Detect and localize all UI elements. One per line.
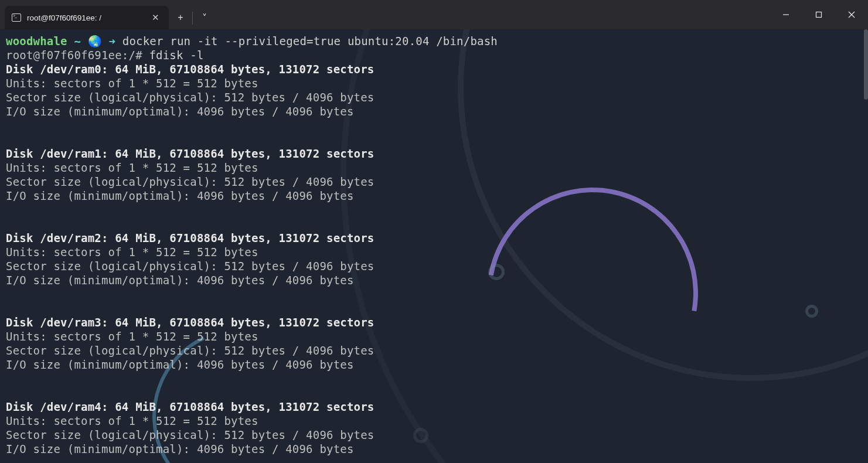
tab-active[interactable]: root@f07f60f691ee: / ✕ xyxy=(5,6,169,29)
disk-io: I/O size (minimum/optimal): 4096 bytes /… xyxy=(6,358,354,371)
inner-prompt: root@f07f60f691ee:/# xyxy=(6,49,142,62)
disk-units: Units: sectors of 1 * 512 = 512 bytes xyxy=(6,414,258,427)
new-tab-button[interactable]: + xyxy=(169,6,192,29)
disk-header: Disk /dev/ram4: 64 MiB, 67108864 bytes, … xyxy=(6,400,375,413)
disk-io: I/O size (minimum/optimal): 4096 bytes /… xyxy=(6,274,354,287)
disk-header: Disk /dev/ram1: 64 MiB, 67108864 bytes, … xyxy=(6,147,375,160)
inner-command: fdisk -l xyxy=(149,49,203,62)
prompt-globe-icon: 🌏 xyxy=(88,35,102,47)
minimize-button[interactable] xyxy=(770,0,802,29)
disk-sector: Sector size (logical/physical): 512 byte… xyxy=(6,428,375,441)
scrollbar-thumb[interactable] xyxy=(864,29,868,100)
window-controls xyxy=(770,0,868,29)
maximize-button[interactable] xyxy=(802,0,835,29)
disk-units: Units: sectors of 1 * 512 = 512 bytes xyxy=(6,246,258,258)
terminal-viewport[interactable]: woodwhale ~ 🌏 ➜ docker run -it --privile… xyxy=(0,29,868,462)
disk-units: Units: sectors of 1 * 512 = 512 bytes xyxy=(6,161,258,174)
disk-io: I/O size (minimum/optimal): 4096 bytes /… xyxy=(6,105,354,118)
close-tab-icon[interactable]: ✕ xyxy=(149,11,162,24)
prompt-arrow-icon: ➜ xyxy=(109,35,116,47)
window-titlebar: root@f07f60f691ee: / ✕ + ˅ xyxy=(0,0,868,29)
disk-header: Disk /dev/ram0: 64 MiB, 67108864 bytes, … xyxy=(6,63,375,76)
disk-units: Units: sectors of 1 * 512 = 512 bytes xyxy=(6,77,258,90)
disk-sector: Sector size (logical/physical): 512 byte… xyxy=(6,91,375,104)
prompt-path: ~ xyxy=(74,35,81,47)
close-window-button[interactable] xyxy=(835,0,868,29)
disk-io: I/O size (minimum/optimal): 4096 bytes /… xyxy=(6,442,354,455)
disk-sector: Sector size (logical/physical): 512 byte… xyxy=(6,344,375,357)
disk-header: Disk /dev/ram2: 64 MiB, 67108864 bytes, … xyxy=(6,232,375,244)
prompt-command: docker run -it --privileged=true ubuntu:… xyxy=(122,35,498,47)
disk-sector: Sector size (logical/physical): 512 byte… xyxy=(6,260,375,273)
disk-io: I/O size (minimum/optimal): 4096 bytes /… xyxy=(6,189,354,202)
terminal-icon xyxy=(12,13,21,22)
disk-sector: Sector size (logical/physical): 512 byte… xyxy=(6,175,375,188)
tab-strip: root@f07f60f691ee: / ✕ + ˅ xyxy=(0,0,216,29)
tab-dropdown-button[interactable]: ˅ xyxy=(193,6,216,29)
prompt-user: woodwhale xyxy=(6,35,67,47)
disk-units: Units: sectors of 1 * 512 = 512 bytes xyxy=(6,330,258,343)
svg-rect-1 xyxy=(816,12,822,18)
tab-title: root@f07f60f691ee: / xyxy=(27,13,144,22)
disk-header: Disk /dev/ram3: 64 MiB, 67108864 bytes, … xyxy=(6,316,375,329)
